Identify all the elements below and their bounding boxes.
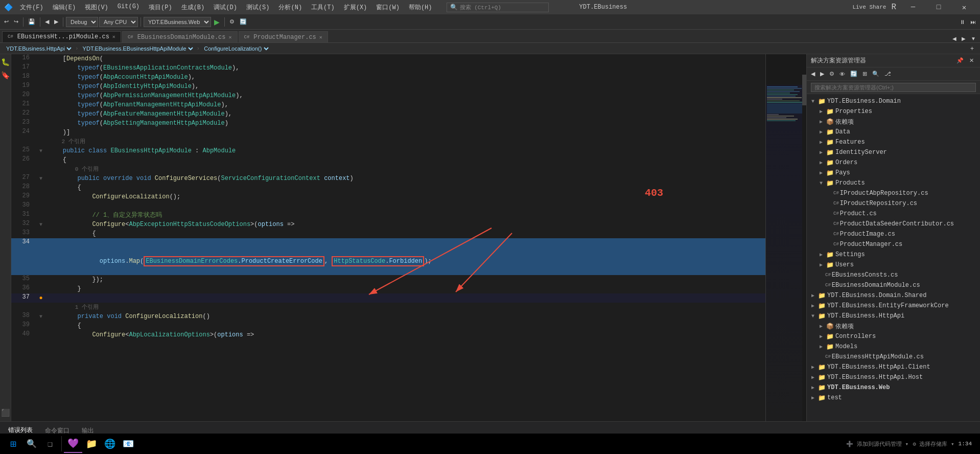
tree-item-httpapi[interactable]: ▼ 📁 YDT.EBusiness.HttpApi <box>807 311 980 321</box>
minimize-button[interactable]: ─ <box>901 0 925 14</box>
vs-taskbar-icon[interactable]: 💜 <box>64 435 82 453</box>
search-button[interactable]: 🔍 <box>22 435 41 453</box>
menu-view[interactable]: 视图(V) <box>81 2 112 13</box>
namespace-breadcrumb[interactable]: YDT.EBusiness.EBusinessHttpApiModule <box>81 45 195 52</box>
tree-item-iproduct[interactable]: C# IProductRepository.cs <box>807 198 980 209</box>
file-explorer-taskbar[interactable]: 📁 <box>82 435 101 453</box>
tree-item-httpapi-dep[interactable]: ▶ 📦 依赖项 <box>807 321 980 331</box>
tab-scroll-left[interactable]: ◀ <box>950 35 959 42</box>
se-tree[interactable]: ▼ 📁 YDT.EBusiness.Domain ▶ 📁 Properties … <box>807 94 980 421</box>
taskbar-select-storage[interactable]: ⚙ 选择存储库 ▾ <box>913 440 954 448</box>
tab-scroll-right[interactable]: ▶ <box>960 35 968 42</box>
tab-product-manager[interactable]: C# ProductManager.cs ✕ <box>239 31 328 42</box>
live-share-icon[interactable]: ⬛ <box>0 406 12 419</box>
tree-item-settings[interactable]: ▶ 📁 Settings <box>807 249 980 260</box>
tree-item-data[interactable]: ▶ 📁 Data <box>807 127 980 137</box>
menu-tools[interactable]: 工具(T) <box>307 2 339 13</box>
split-editor-button[interactable]: + <box>968 44 976 53</box>
se-close-button[interactable]: ✕ <box>967 56 976 65</box>
tree-item-ebusinessconsts[interactable]: C# EBusinessConsts.cs <box>807 270 980 280</box>
tree-item-domain[interactable]: ▼ 📁 YDT.EBusiness.Domain <box>807 96 980 106</box>
debug-config-dropdown[interactable]: Debug <box>66 17 98 27</box>
live-share[interactable]: Live Share <box>852 4 886 10</box>
se-refresh[interactable]: 🔄 <box>848 70 859 78</box>
se-git[interactable]: ⎇ <box>882 70 893 78</box>
maximize-button[interactable]: □ <box>927 0 950 14</box>
project-breadcrumb[interactable]: YDT.EBusiness.HttpApi <box>4 45 73 52</box>
tab-close-icon-2[interactable]: ✕ <box>229 34 232 40</box>
tree-item-ebusinesshttpapi-module[interactable]: C# EBusinessHttpApiModule.cs <box>807 352 980 362</box>
tree-item-domain-shared[interactable]: ▶ 📁 YDT.EBusiness.Domain.Shared <box>807 290 980 301</box>
taskview-button[interactable]: ❑ <box>41 435 59 453</box>
se-back[interactable]: ◀ <box>809 70 817 78</box>
tab-list-button[interactable]: ▼ <box>969 35 978 42</box>
taskbar-add-code[interactable]: ➕ 添加到源代码管理 ▾ <box>846 440 908 448</box>
toolbar-back[interactable]: ◀ <box>43 17 51 26</box>
tree-item-identityserver[interactable]: ▶ 📁 IdentityServer <box>807 147 980 157</box>
se-properties[interactable]: ⚙ <box>827 70 836 78</box>
menu-project[interactable]: 项目(P) <box>145 2 176 13</box>
menu-git[interactable]: Git(G) <box>113 2 144 13</box>
menu-window[interactable]: 窗口(W) <box>372 2 404 13</box>
method-breadcrumb[interactable]: ConfigureLocalization() <box>202 45 270 52</box>
menu-debug[interactable]: 调试(D) <box>209 2 241 13</box>
tree-item-products[interactable]: ▼ 📁 Products <box>807 178 980 188</box>
code-editor[interactable]: 403 <box>11 54 765 421</box>
tree-item-test[interactable]: ▶ 📁 test <box>807 393 980 403</box>
toolbar-step[interactable]: ⏭ <box>968 18 978 26</box>
toolbar-undo[interactable]: ↩ <box>2 17 11 26</box>
tree-item-iproductabp[interactable]: C# IProductAbpRepository.cs <box>807 188 980 198</box>
tree-item-controllers[interactable]: ▶ 📁 Controllers <box>807 331 980 342</box>
global-search[interactable]: 🔍 搜索 (Ctrl+Q) <box>447 3 549 12</box>
tree-item-orders[interactable]: ▶ 📁 Orders <box>807 157 980 168</box>
toolbar-redo[interactable]: ↪ <box>12 17 20 26</box>
menu-file[interactable]: 文件(F) <box>16 2 48 13</box>
run-button[interactable]: ▶ <box>212 17 222 27</box>
debug-icon[interactable]: 🐛 <box>0 55 12 69</box>
se-pin-button[interactable]: 📌 <box>954 56 966 65</box>
tab-close-icon[interactable]: ✕ <box>112 34 115 40</box>
tree-item-product-cs[interactable]: C# Product.cs <box>807 209 980 219</box>
menu-extensions[interactable]: 扩展(X) <box>340 2 371 13</box>
tree-item-productmanager[interactable]: C# ProductManager.cs <box>807 239 980 249</box>
se-show-all[interactable]: 👁 <box>837 70 847 78</box>
tree-item-web[interactable]: ▶ 📁 YDT.EBusiness.Web <box>807 382 980 393</box>
menu-edit[interactable]: 编辑(E) <box>49 2 80 13</box>
toolbar-save[interactable]: 💾 <box>26 17 37 26</box>
tab-ebusiness-domain-module[interactable]: C# EBusinessDomainModule.cs ✕ <box>122 31 238 42</box>
se-collapse[interactable]: ⊞ <box>860 70 869 78</box>
se-filter[interactable]: 🔍 <box>870 70 881 78</box>
close-button[interactable]: ✕ <box>952 0 976 14</box>
toolbar-attach[interactable]: ⚙ <box>227 17 237 26</box>
menu-analyze[interactable]: 分析(N) <box>274 2 306 13</box>
se-search-input[interactable] <box>811 83 976 92</box>
tree-item-users[interactable]: ▶ 📁 Users <box>807 260 980 270</box>
tree-item-httpapi-client[interactable]: ▶ 📁 YDT.EBusiness.HttpApi.Client <box>807 362 980 372</box>
menu-test[interactable]: 测试(S) <box>242 2 274 13</box>
bookmarks-icon[interactable]: 🔖 <box>0 69 12 82</box>
startup-project-dropdown[interactable]: YDT.EBusiness.Web <box>144 17 211 27</box>
se-forward[interactable]: ▶ <box>818 70 826 78</box>
tree-item-properties[interactable]: ▶ 📁 Properties <box>807 106 980 117</box>
start-button[interactable]: ⊞ <box>4 435 22 453</box>
browser-taskbar[interactable]: 🌐 <box>101 435 119 453</box>
tree-item-efcore[interactable]: ▶ 📁 YDT.EBusiness.EntityFrameworkCore <box>807 301 980 311</box>
tree-item-ebusinessdomainmodule[interactable]: C# EBusinessDomainModule.cs <box>807 280 980 290</box>
cpu-dropdown[interactable]: Any CPU <box>99 17 138 27</box>
tab-ebusiness-http-api-module[interactable]: C# EBusinessHt...piModule.cs ✕ <box>2 31 121 42</box>
tab-close-icon-3[interactable]: ✕ <box>319 34 322 40</box>
tree-item-dependencies[interactable]: ▶ 📦 依赖项 <box>807 117 980 127</box>
tree-item-productimage[interactable]: C# ProductImage.cs <box>807 229 980 239</box>
account-icon[interactable]: R <box>891 3 896 12</box>
tree-item-httpapi-host[interactable]: ▶ 📁 YDT.EBusiness.HttpApi.Host <box>807 372 980 382</box>
tree-item-productdataseeder[interactable]: C# ProductDataSeederContributor.cs <box>807 219 980 229</box>
toolbar-forward[interactable]: ▶ <box>52 17 60 26</box>
toolbar-breakpoint[interactable]: ⏸ <box>958 18 967 26</box>
toolbar-refresh[interactable]: 🔄 <box>238 17 249 26</box>
tree-item-features[interactable]: ▶ 📁 Features <box>807 137 980 147</box>
email-taskbar[interactable]: 📧 <box>119 435 137 453</box>
tree-item-pays[interactable]: ▶ 📁 Pays <box>807 168 980 178</box>
menu-build[interactable]: 生成(B) <box>177 2 209 13</box>
tree-item-models[interactable]: ▶ 📁 Models <box>807 342 980 352</box>
menu-help[interactable]: 帮助(H) <box>405 2 436 13</box>
